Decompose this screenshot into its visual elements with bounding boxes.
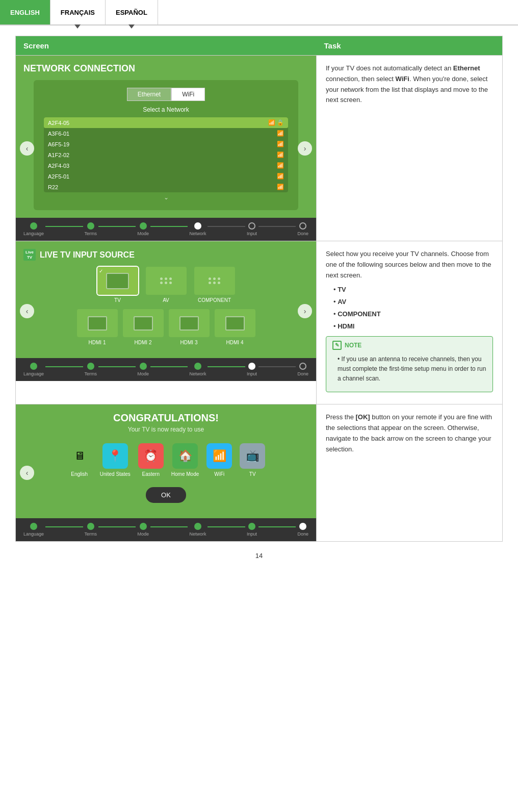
selection-grid: 🖥 English 📍 United States <box>23 443 308 477</box>
note-icon: ✎ <box>332 341 342 350</box>
nav-arrow-left-2[interactable]: ‹ <box>20 304 34 318</box>
task-network-text: If your TV does not automatically detect… <box>326 63 493 106</box>
hdmi1-label: HDMI 1 <box>89 340 106 345</box>
progress-dot-done-1 <box>299 222 306 230</box>
task-network: If your TV does not automatically detect… <box>317 56 503 241</box>
eastern-icon: ⏰ <box>138 443 164 469</box>
congrats-title: CONGRATULATIONS! <box>23 412 308 424</box>
network-list: A2F4-05 📶 🔒 A3F6-01 📶 A6F5-19 <box>44 117 288 192</box>
wifi-tab[interactable]: WiFi <box>171 88 205 101</box>
hdmi1-icon <box>88 316 107 331</box>
note-text: If you use an antenna to receive channel… <box>338 354 486 384</box>
network-item-2[interactable]: A6F5-19 📶 <box>44 139 288 149</box>
wifi-icon: 📶 <box>206 443 232 469</box>
input-hdmi1[interactable]: HDMI 1 <box>77 309 118 345</box>
progress-line-1e <box>258 226 296 227</box>
input-hdmi2[interactable]: HDMI 2 <box>123 309 164 345</box>
network-icons-3: 📶 <box>277 151 284 158</box>
hdmi4-icon <box>225 316 245 331</box>
progress-step-network-1: Network <box>189 222 206 236</box>
network-inner: NETWORK CONNECTION Ethernet WiFi Select … <box>16 56 316 218</box>
livtv-header: Live TV LIVE TV INPUT SOURCE <box>23 249 308 261</box>
bullet-list: TV AV COMPONENT HDMI <box>326 285 493 332</box>
p3-dot-terms <box>87 523 94 530</box>
col-task: Task <box>317 36 503 56</box>
hdmi1-icon-box <box>77 309 118 337</box>
network-item-1[interactable]: A3F6-01 📶 <box>44 128 288 139</box>
p2-dot-input <box>248 363 255 370</box>
p3-step-input: Input <box>247 523 257 537</box>
congrats-subtitle: Your TV is now ready to use <box>23 426 308 433</box>
ok-button[interactable]: OK <box>146 487 186 503</box>
network-name-1: A3F6-01 <box>48 131 69 137</box>
hdmi2-label: HDMI 2 <box>135 340 152 345</box>
input-hdmi4[interactable]: HDMI 4 <box>215 309 255 345</box>
livtv-title: LIVE TV INPUT SOURCE <box>40 250 135 260</box>
network-icons-0: 📶 🔒 <box>268 119 284 126</box>
nav-arrow-left-3[interactable]: ‹ <box>20 466 34 480</box>
livtv-inner: Live TV LIVE TV INPUT SOURCE ✓ <box>16 241 316 358</box>
lang-tab-espanol[interactable]: ESPAÑOL <box>106 0 158 24</box>
input-row-1: ✓ TV <box>23 267 308 303</box>
p2-dot-lang <box>30 363 37 370</box>
input-hdmi3[interactable]: HDMI 3 <box>169 309 210 345</box>
network-name-6: R22 <box>48 184 58 190</box>
p2-line-d <box>208 366 245 367</box>
ethernet-tab[interactable]: Ethernet <box>127 88 171 101</box>
guide-table: Screen Task NETWORK CONNECTION Ethernet … <box>15 36 503 542</box>
progress-step-terms-1: Terms <box>85 222 97 236</box>
network-title: NETWORK CONNECTION <box>23 63 308 74</box>
nav-arrow-right-1[interactable]: › <box>298 141 312 156</box>
hdmi3-icon <box>179 316 199 331</box>
hdmi4-icon-box <box>215 309 255 337</box>
network-item-5[interactable]: A2F5-01 📶 <box>44 171 288 182</box>
selection-eastern: ⏰ Eastern <box>138 443 164 477</box>
selection-homemode: 🏠 Home Mode <box>171 443 199 477</box>
livtv-mockup: Live TV LIVE TV INPUT SOURCE ✓ <box>16 241 316 381</box>
lang-tab-francais[interactable]: FRANÇAIS <box>50 0 106 24</box>
input-av[interactable]: AV <box>146 267 187 303</box>
p3-step-mode: Mode <box>137 523 149 537</box>
network-mockup: NETWORK CONNECTION Ethernet WiFi Select … <box>16 56 316 241</box>
p2-line-c <box>150 366 188 367</box>
selection-tv: 📺 TV <box>240 443 265 477</box>
hdmi2-icon-box <box>123 309 164 337</box>
component-label: COMPONENT <box>198 297 231 303</box>
english-icon: 🖥 <box>67 443 92 469</box>
bullet-tv: TV <box>333 285 493 295</box>
progress-step-done-1: Done <box>297 222 308 236</box>
screen-network: NETWORK CONNECTION Ethernet WiFi Select … <box>16 56 317 241</box>
p2-line-a <box>45 366 83 367</box>
selection-us: 📍 United States <box>100 443 131 477</box>
p2-line-b <box>98 366 136 367</box>
p3-line-a <box>45 526 83 527</box>
network-icons-1: 📶 <box>277 130 284 137</box>
bullet-hdmi: HDMI <box>333 321 493 332</box>
task-livtv: Select how you receive your TV channels.… <box>317 241 503 404</box>
p3-line-c <box>150 526 188 527</box>
nav-arrow-left-1[interactable]: ‹ <box>20 141 34 156</box>
network-item-0[interactable]: A2F4-05 📶 🔒 <box>44 117 288 128</box>
network-item-3[interactable]: A1F2-02 📶 <box>44 149 288 160</box>
p3-dot-lang <box>30 523 37 530</box>
wifi-label: WiFi <box>214 471 224 477</box>
network-item-4[interactable]: A2F4-03 📶 <box>44 160 288 171</box>
note-title: ✎ NOTE <box>332 341 486 350</box>
p3-line-b <box>98 526 136 527</box>
bullet-component: COMPONENT <box>333 309 493 320</box>
tv-checkmark: ✓ <box>99 268 103 274</box>
p3-line-e <box>258 526 296 527</box>
input-component[interactable]: COMPONENT <box>194 267 235 303</box>
p2-dot-mode <box>140 363 147 370</box>
network-item-6[interactable]: R22 📶 <box>44 182 288 192</box>
network-name-3: A1F2-02 <box>48 152 69 158</box>
input-tv[interactable]: ✓ TV <box>97 267 138 303</box>
p3-dot-done <box>299 523 306 530</box>
progress-bar-1: Language Terms Mode <box>16 218 316 241</box>
progress-line-1d <box>208 226 245 227</box>
hdmi3-label: HDMI 3 <box>180 340 198 345</box>
nav-arrow-right-2[interactable]: › <box>298 304 312 318</box>
progress-dot-mode-1 <box>140 222 147 230</box>
lang-tab-english[interactable]: ENGLISH <box>0 0 50 24</box>
progress-dot-lang-1 <box>30 222 37 230</box>
